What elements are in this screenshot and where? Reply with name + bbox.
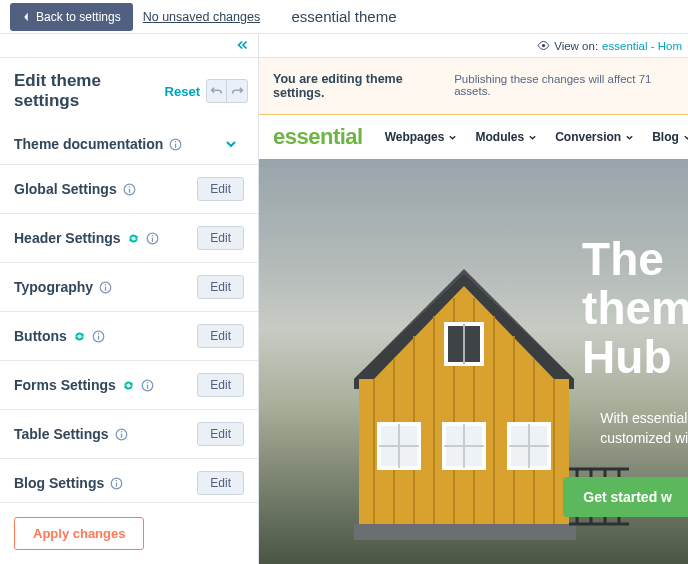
svg-point-14 [98,332,100,334]
nav-item-label: Modules [475,130,524,144]
edit-button[interactable]: Edit [197,226,244,250]
setting-label-text: Global Settings [14,181,117,197]
info-icon [110,477,123,490]
sync-icon [127,232,140,245]
svg-point-5 [128,185,130,187]
setting-row[interactable]: TypographyEdit [0,263,258,312]
svg-rect-4 [129,188,130,192]
info-icon [99,281,112,294]
undo-redo-group [206,79,248,103]
hero-line-3: Hub [582,333,688,382]
setting-label-text: Table Settings [14,426,109,442]
topbar: Back to settings No unsaved changes esse… [0,0,688,34]
svg-point-27 [542,44,545,47]
apply-changes-button[interactable]: Apply changes [14,517,144,550]
info-icon [92,330,105,343]
eye-icon [537,39,550,52]
info-icon [141,379,154,392]
undo-button[interactable] [207,80,227,102]
edit-button[interactable]: Edit [197,275,244,299]
setting-label-text: Forms Settings [14,377,116,393]
chevron-down-icon [625,133,634,142]
setting-label: Typography [14,279,112,295]
sync-icon [73,330,86,343]
setting-label: Table Settings [14,426,128,442]
nav-item[interactable]: Modules [475,130,537,144]
back-to-settings-button[interactable]: Back to settings [10,3,133,31]
setting-label-text: Theme documentation [14,136,163,152]
hero-sub-1: With essential, [600,409,688,429]
notice-bold: You are editing theme settings. [273,72,444,100]
info-icon [169,138,182,151]
site-logo: essential [273,124,363,150]
view-on-link[interactable]: essential - Hom [602,40,682,52]
collapse-row [0,34,258,58]
undo-icon [210,85,223,97]
sync-icon [122,379,135,392]
info-icon [146,232,159,245]
setting-row[interactable]: Theme documentation [0,124,258,165]
svg-point-17 [147,381,149,383]
edit-button[interactable]: Edit [197,324,244,348]
svg-rect-1 [175,143,176,147]
setting-label: Global Settings [14,181,136,197]
setting-row[interactable]: Header SettingsEdit [0,214,258,263]
setting-row[interactable]: Global SettingsEdit [0,165,258,214]
reset-button[interactable]: Reset [165,84,200,99]
back-label: Back to settings [36,10,121,24]
setting-label-text: Blog Settings [14,475,104,491]
hero-headline: The them Hub [582,235,688,381]
settings-list: Theme documentationGlobal SettingsEditHe… [0,124,258,502]
edit-button[interactable]: Edit [197,373,244,397]
chevron-left-icon [22,12,30,22]
info-icon [115,428,128,441]
panel-header: Edit theme settings Reset [0,58,258,124]
chevron-down-icon [224,137,238,151]
setting-label: Blog Settings [14,475,123,491]
svg-rect-16 [147,384,148,388]
setting-row[interactable]: Forms SettingsEdit [0,361,258,410]
setting-row[interactable]: Table SettingsEdit [0,410,258,459]
chevron-down-icon [683,133,688,142]
panel-heading: Edit theme settings [14,71,165,111]
redo-button[interactable] [227,80,247,102]
chevron-down-icon [448,133,457,142]
notice-detail: Publishing these changes will affect 71 … [454,73,674,97]
svg-point-23 [116,479,118,481]
edit-button[interactable]: Edit [197,422,244,446]
setting-label: Buttons [14,328,105,344]
svg-rect-13 [98,335,99,339]
setting-label: Header Settings [14,230,159,246]
apply-area: Apply changes [0,502,258,564]
svg-point-2 [175,140,177,142]
nav-item[interactable]: Webpages [385,130,458,144]
content: Edit theme settings Reset Theme document… [0,34,688,564]
panel-header-actions: Reset [165,79,248,103]
nav-item-label: Conversion [555,130,621,144]
edit-button[interactable]: Edit [197,471,244,495]
setting-label: Forms Settings [14,377,154,393]
redo-icon [231,85,244,97]
svg-rect-22 [116,482,117,486]
svg-point-8 [151,234,153,236]
edit-button[interactable]: Edit [197,177,244,201]
svg-rect-7 [151,237,152,241]
nav-item[interactable]: Blog [652,130,688,144]
settings-sidebar: Edit theme settings Reset Theme document… [0,34,259,564]
hero-line-1: The [582,235,688,284]
hero-cta-button[interactable]: Get started w [563,477,688,517]
svg-point-20 [120,430,122,432]
preview-pane: View on: essential - Hom You are editing… [259,34,688,564]
collapse-sidebar-button[interactable] [236,37,250,55]
view-on-prefix: View on: [554,40,598,52]
info-icon [123,183,136,196]
setting-row[interactable]: Blog SettingsEdit [0,459,258,502]
chevron-down-icon [528,133,537,142]
nav-item[interactable]: Conversion [555,130,634,144]
view-on-bar: View on: essential - Hom [259,34,688,58]
svg-point-11 [105,283,107,285]
hero-sub-2: customized wit [600,429,688,449]
editing-notice: You are editing theme settings. Publishi… [259,58,688,115]
svg-rect-50 [354,524,576,540]
setting-row[interactable]: ButtonsEdit [0,312,258,361]
